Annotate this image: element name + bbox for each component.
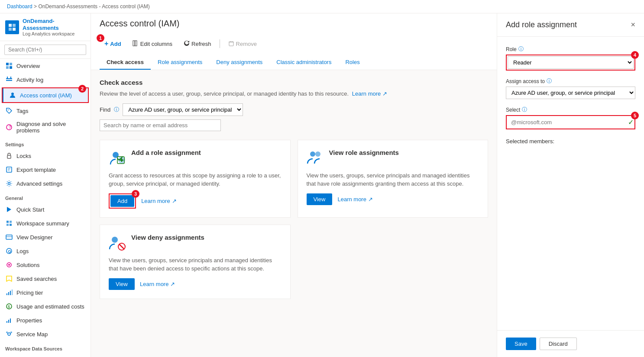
svg-marker-21	[7, 207, 11, 212]
sidebar-item-workspace-summary-label: Workspace summary	[16, 220, 69, 227]
main-content: Access control (IAM) + Add 1 Edit column…	[91, 13, 497, 357]
sidebar-item-service-map[interactable]: Service Map	[0, 327, 91, 341]
view-deny-card-title: View deny assignments	[131, 234, 204, 241]
view-role-card-desc: View the users, groups, service principa…	[307, 171, 479, 188]
svg-point-12	[11, 93, 14, 95]
learn-more-link[interactable]: Learn more ↗	[352, 90, 387, 97]
sidebar-item-activity-log[interactable]: Activity log	[0, 73, 91, 87]
sidebar-item-quick-start[interactable]: Quick Start	[0, 203, 91, 216]
svg-line-44	[7, 333, 8, 334]
sidebar-item-access-label: Access control (IAM)	[20, 92, 72, 99]
svg-rect-17	[6, 167, 12, 172]
view-role-button[interactable]: View	[307, 193, 333, 205]
view-role-icon	[307, 149, 324, 166]
sidebar-item-access-control[interactable]: Access control (IAM) 2	[3, 88, 88, 102]
add-role-card-header: Add a role assignment	[109, 149, 282, 166]
workspace-info: OnDemand-Assessments Log Analytics works…	[23, 18, 85, 36]
svg-point-13	[8, 109, 9, 110]
panel-close-button[interactable]: ×	[631, 20, 635, 29]
sidebar-item-diagnose[interactable]: ? Diagnose and solve problems	[0, 118, 91, 137]
view-deny-card-actions: View Learn more ↗	[109, 278, 282, 290]
svg-rect-0	[9, 24, 12, 27]
sidebar-item-usage-label: Usage and estimated costs	[16, 303, 84, 310]
save-button[interactable]: Save	[506, 338, 536, 350]
refresh-button[interactable]: Refresh	[179, 38, 216, 50]
workspace-logo	[5, 20, 19, 34]
tab-deny-assignments[interactable]: Deny assignments	[209, 55, 269, 70]
sidebar-item-locks[interactable]: Locks	[0, 149, 91, 163]
sidebar-item-properties[interactable]: Properties	[0, 313, 91, 327]
tab-roles[interactable]: Roles	[338, 55, 366, 70]
edit-columns-button[interactable]: Edit columns	[128, 38, 177, 50]
svg-text:$: $	[8, 305, 10, 309]
refresh-icon	[184, 40, 190, 48]
svg-rect-1	[13, 24, 16, 27]
add-role-card-title: Add a role assignment	[131, 149, 201, 156]
select-info-icon[interactable]: ⓘ	[522, 106, 527, 113]
sidebar-item-overview-label: Overview	[16, 63, 40, 69]
panel-body: Role ⓘ Reader 4 Assign access to ⓘ Azure…	[497, 37, 644, 330]
panel-title: Add role assignment	[506, 20, 577, 29]
selected-members-label: Selected members:	[506, 138, 635, 145]
svg-point-20	[8, 183, 10, 185]
view-role-card-title: View role assignments	[329, 149, 399, 156]
tab-classic-admins[interactable]: Classic administrators	[269, 55, 338, 70]
find-dropdown[interactable]: Azure AD user, group, or service princip…	[123, 103, 243, 116]
sidebar-item-workspace-summary[interactable]: Workspace summary	[0, 216, 91, 230]
svg-rect-4	[6, 63, 9, 65]
sidebar-item-service-map-label: Service Map	[16, 331, 48, 338]
assign-access-select[interactable]: Azure AD user, group, or service princip…	[506, 87, 635, 99]
add-button-highlight: Add 3	[109, 193, 136, 209]
sidebar-item-saved-searches[interactable]: Saved searches	[0, 272, 91, 286]
role-field-group: Role ⓘ Reader 4	[506, 45, 635, 71]
role-info-icon[interactable]: ⓘ	[518, 45, 524, 53]
external-link-icon2: ↗	[368, 196, 373, 203]
sidebar-item-advanced-settings[interactable]: Advanced settings	[0, 177, 91, 190]
view-role-card-actions: View Learn more ↗	[307, 193, 479, 205]
export-template-icon	[5, 166, 13, 174]
svg-rect-9	[6, 80, 12, 81]
view-role-learn-more[interactable]: Learn more ↗	[337, 196, 372, 203]
view-deny-button[interactable]: View	[109, 278, 135, 290]
svg-rect-34	[10, 291, 11, 295]
check-access-section: Check access Review the level of access …	[100, 79, 488, 131]
search-by-name-input[interactable]	[100, 119, 221, 131]
tab-check-access[interactable]: Check access	[100, 55, 151, 70]
discard-button[interactable]: Discard	[540, 338, 577, 350]
sidebar-item-virtual-machines[interactable]: Virtual machines	[0, 353, 91, 357]
add-role-learn-more[interactable]: Learn more ↗	[141, 198, 176, 204]
sidebar-item-logs[interactable]: Q Logs	[0, 244, 91, 258]
settings-section-label: Settings	[0, 137, 91, 149]
breadcrumb-dashboard[interactable]: Dashboard	[7, 3, 32, 10]
assign-access-label: Assign access to ⓘ	[506, 77, 635, 85]
role-select[interactable]: Reader	[508, 56, 634, 69]
breadcrumb-current: OnDemand-Assessments - Access control (I…	[38, 3, 149, 10]
find-row: Find ⓘ Azure AD user, group, or service …	[100, 103, 488, 116]
select-input[interactable]	[508, 117, 626, 128]
tab-role-assignments[interactable]: Role assignments	[151, 55, 209, 70]
workspace-datasources-label: Workspace Data Sources	[0, 341, 91, 353]
remove-button[interactable]: Remove	[223, 38, 262, 50]
sidebar-item-solutions[interactable]: Solutions	[0, 258, 91, 272]
add-button[interactable]: + Add 1	[100, 37, 126, 50]
sidebar-item-usage-costs[interactable]: $ Usage and estimated costs	[0, 299, 91, 313]
view-deny-card: View deny assignments View the users, gr…	[100, 225, 291, 299]
general-section-label: General	[0, 190, 91, 203]
sidebar-item-pricing-tier[interactable]: Pricing tier	[0, 286, 91, 299]
sidebar-item-export-template[interactable]: Export template	[0, 163, 91, 177]
view-designer-icon	[5, 233, 13, 241]
add-role-card-actions: Add 3 Learn more ↗	[109, 193, 282, 209]
sidebar-item-tags[interactable]: Tags	[0, 104, 91, 118]
sidebar-item-pricing-label: Pricing tier	[16, 289, 43, 296]
assign-access-info-icon[interactable]: ⓘ	[547, 77, 552, 85]
search-input[interactable]	[4, 45, 86, 55]
view-deny-card-desc: View the users, groups, service principa…	[109, 256, 282, 273]
add-role-button[interactable]: Add	[110, 195, 134, 207]
sidebar-item-view-designer[interactable]: View Designer	[0, 230, 91, 244]
svg-rect-39	[8, 320, 9, 323]
sidebar-item-overview[interactable]: Overview	[0, 59, 91, 73]
svg-rect-22	[6, 221, 9, 223]
view-deny-learn-more[interactable]: Learn more ↗	[140, 281, 175, 287]
service-map-icon	[5, 330, 13, 338]
sidebar-item-diagnose-label: Diagnose and solve problems	[16, 121, 85, 134]
